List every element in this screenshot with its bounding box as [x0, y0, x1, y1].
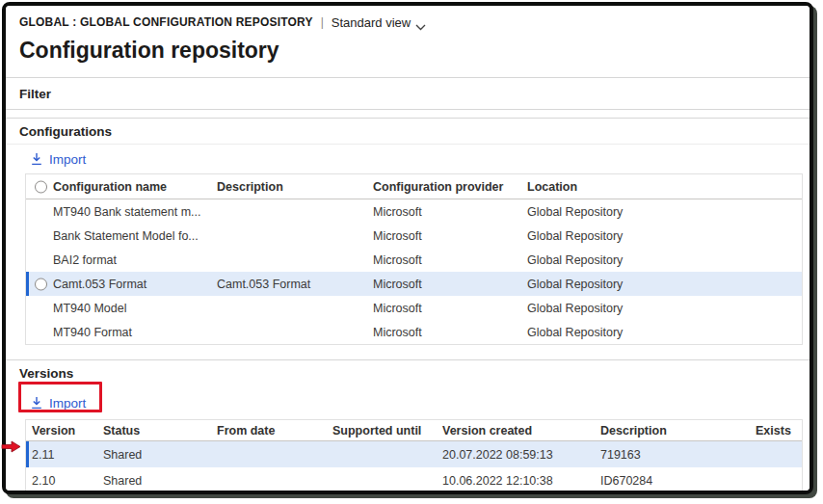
- col-version[interactable]: Version: [32, 424, 75, 438]
- configurations-section-header[interactable]: Configurations: [6, 118, 810, 145]
- col-description[interactable]: Description: [600, 424, 667, 438]
- selection-bar: [26, 272, 29, 296]
- cell-version-created: 10.06.2022 12:10:38: [442, 474, 553, 488]
- breadcrumb: GLOBAL : GLOBAL CONFIGURATION REPOSITORY: [19, 15, 313, 29]
- version-row-selected[interactable]: 2.11 Shared 20.07.2022 08:59:13 719163: [26, 441, 802, 467]
- table-row[interactable]: Bank Statement Model fo... Microsoft Glo…: [26, 224, 802, 248]
- configurations-toolbar: Import: [6, 145, 810, 173]
- cell-description: Camt.053 Format: [217, 278, 310, 291]
- version-row[interactable]: 2.10 Shared 10.06.2022 12:10:38 ID670284: [26, 467, 802, 493]
- col-supported-until[interactable]: Supported until: [332, 424, 421, 438]
- cell-description: 719163: [600, 448, 641, 462]
- cell-provider: Microsoft: [373, 253, 422, 267]
- view-selector-label: Standard view: [332, 15, 411, 30]
- versions-section-label: Versions: [19, 366, 73, 381]
- cell-description: ID670284: [600, 474, 652, 488]
- col-configuration-name[interactable]: Configuration name: [53, 180, 167, 194]
- table-row[interactable]: BAI2 format Microsoft Global Repository: [26, 248, 802, 272]
- cell-provider: Microsoft: [373, 229, 422, 243]
- col-status[interactable]: Status: [103, 424, 140, 438]
- configurations-table-header: Configuration name Description Configura…: [26, 174, 802, 199]
- cell-configuration-name: MT940 Format: [53, 326, 132, 339]
- cell-location: Global Repository: [527, 326, 623, 339]
- cell-configuration-name: MT940 Bank statement m...: [53, 205, 201, 219]
- row-radio[interactable]: [35, 278, 47, 290]
- cell-configuration-name: BAI2 format: [53, 253, 117, 267]
- import-label: Import: [49, 396, 86, 411]
- cell-provider: Microsoft: [373, 278, 422, 291]
- cell-provider: Microsoft: [373, 302, 422, 315]
- cell-configuration-name: Camt.053 Format: [53, 278, 146, 291]
- table-row[interactable]: MT940 Bank statement m... Microsoft Glob…: [26, 199, 802, 224]
- cell-location: Global Repository: [527, 278, 623, 291]
- cell-configuration-name: MT940 Model: [53, 302, 126, 315]
- col-location[interactable]: Location: [527, 180, 577, 194]
- versions-toolbar: Import: [6, 386, 810, 419]
- cell-location: Global Repository: [527, 229, 623, 243]
- page-title: Configuration repository: [19, 36, 810, 65]
- versions-import-button[interactable]: Import: [31, 396, 86, 411]
- breadcrumb-separator: |: [321, 15, 324, 29]
- col-from-date[interactable]: From date: [217, 424, 275, 438]
- view-selector[interactable]: Standard view: [332, 15, 426, 30]
- download-icon: [31, 152, 42, 166]
- cell-provider: Microsoft: [373, 205, 422, 219]
- cell-version: 2.10: [32, 474, 55, 488]
- col-version-created[interactable]: Version created: [442, 424, 532, 438]
- select-all-radio[interactable]: [35, 180, 47, 193]
- versions-table: Version Status From date Supported until…: [25, 419, 803, 494]
- cell-location: Global Repository: [527, 302, 623, 315]
- selection-bar: [26, 441, 29, 467]
- filter-section-header[interactable]: Filter: [6, 77, 810, 110]
- page-header: GLOBAL : GLOBAL CONFIGURATION REPOSITORY…: [6, 6, 810, 65]
- window-frame: GLOBAL : GLOBAL CONFIGURATION REPOSITORY…: [2, 2, 813, 494]
- table-row-selected[interactable]: Camt.053 Format Camt.053 Format Microsof…: [26, 272, 802, 296]
- import-label: Import: [49, 152, 86, 167]
- col-description[interactable]: Description: [217, 180, 283, 194]
- cell-version: 2.11: [32, 448, 54, 462]
- cell-location: Global Repository: [527, 253, 623, 267]
- cell-status: Shared: [103, 474, 142, 488]
- table-row[interactable]: MT940 Model Microsoft Global Repository: [26, 296, 802, 320]
- cell-location: Global Repository: [527, 205, 623, 219]
- cell-provider: Microsoft: [373, 326, 422, 339]
- col-configuration-provider[interactable]: Configuration provider: [373, 180, 503, 194]
- cell-configuration-name: Bank Statement Model fo...: [53, 229, 199, 243]
- col-exists[interactable]: Exists: [756, 424, 791, 438]
- configurations-import-button[interactable]: Import: [31, 152, 86, 167]
- download-icon: [31, 396, 42, 410]
- table-row[interactable]: MT940 Format Microsoft Global Repository: [26, 320, 802, 344]
- chevron-down-icon: [415, 19, 426, 26]
- configurations-section-label: Configurations: [19, 124, 112, 139]
- configurations-table: Configuration name Description Configura…: [25, 173, 803, 345]
- cell-version-created: 20.07.2022 08:59:13: [442, 448, 553, 462]
- cell-status: Shared: [103, 448, 142, 462]
- filter-section-label: Filter: [19, 87, 51, 101]
- versions-section-header[interactable]: Versions: [6, 359, 810, 386]
- screenshot-stage: GLOBAL : GLOBAL CONFIGURATION REPOSITORY…: [0, 0, 823, 504]
- versions-table-header: Version Status From date Supported until…: [26, 420, 802, 441]
